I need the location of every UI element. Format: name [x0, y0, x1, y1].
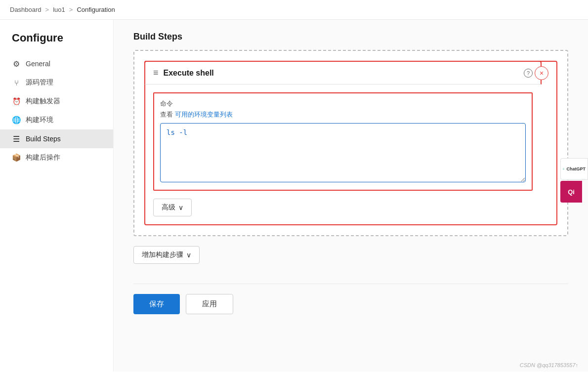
- drag-handle-icon[interactable]: ≡: [153, 68, 159, 78]
- help-icon[interactable]: ?: [524, 69, 533, 78]
- sidebar-item-post-build[interactable]: 📦 构建后操作: [0, 148, 113, 167]
- breadcrumb-configuration: Configuration: [77, 6, 115, 13]
- chatgpt-label: ChatGPT: [566, 166, 586, 171]
- step-card: ≡ Execute shell ? × 命令 查看 可用的环境变量列表 ls -…: [144, 61, 557, 225]
- sidebar-item-build-steps[interactable]: ☰ Build Steps: [0, 129, 113, 148]
- advanced-label: 高级: [162, 203, 175, 212]
- chevron-down-icon: ∨: [178, 204, 183, 211]
- sidebar-label-post-build: 构建后操作: [26, 153, 60, 162]
- command-section: 命令 查看 可用的环境变量列表 ls -l: [153, 92, 533, 191]
- sidebar-label-build-steps: Build Steps: [26, 135, 61, 143]
- watermark: CSDN @qq317853557↑: [520, 362, 578, 368]
- breadcrumb-luo1[interactable]: luo1: [53, 6, 65, 13]
- step-title: Execute shell: [164, 69, 519, 78]
- qi-button[interactable]: Qi: [560, 181, 582, 203]
- command-label: 命令: [160, 99, 526, 108]
- gear-icon: ⚙: [12, 59, 21, 68]
- globe-icon: 🌐: [12, 116, 21, 125]
- chevron-down-icon-add: ∨: [186, 251, 191, 259]
- env-variables-link[interactable]: 可用的环境变量列表: [175, 111, 233, 118]
- apply-button[interactable]: 应用: [186, 294, 233, 314]
- step-header: ≡ Execute shell ? ×: [144, 61, 542, 84]
- main-content: Build Steps ≡ Execute shell ? × 命令: [114, 20, 588, 372]
- breadcrumb: Dashboard > luo1 > Configuration: [0, 0, 588, 20]
- breadcrumb-dashboard[interactable]: Dashboard: [10, 6, 42, 13]
- add-build-step-button[interactable]: 增加构建步骤 ∨: [133, 246, 200, 264]
- field-hint: 查看 可用的环境变量列表: [160, 110, 526, 119]
- add-step-label: 增加构建步骤: [142, 250, 183, 259]
- breadcrumb-sep2: >: [69, 6, 73, 13]
- sidebar-label-source: 源码管理: [26, 78, 53, 87]
- sidebar-label-triggers: 构建触发器: [26, 97, 60, 106]
- breadcrumb-sep1: >: [45, 6, 49, 13]
- save-button[interactable]: 保存: [133, 294, 180, 314]
- source-icon: ⑂: [12, 78, 21, 87]
- sidebar-item-triggers[interactable]: ⏰ 构建触发器: [0, 92, 113, 111]
- package-icon: 📦: [12, 153, 21, 162]
- ai-widget: ChatGPT Qi: [560, 158, 588, 203]
- advanced-button[interactable]: 高级 ∨: [153, 199, 192, 216]
- sidebar: Configure ⚙ General ⑂ 源码管理 ⏰ 构建触发器 🌐 构建环…: [0, 20, 114, 372]
- sidebar-item-general[interactable]: ⚙ General: [0, 54, 113, 73]
- sidebar-label-env: 构建环境: [26, 116, 53, 125]
- chatgpt-icon: [563, 165, 564, 173]
- step-body: 命令 查看 可用的环境变量列表 ls -l 高级 ∨: [145, 84, 541, 224]
- page-title: Build Steps: [133, 20, 568, 50]
- qi-label: Qi: [568, 188, 575, 196]
- step-close-button[interactable]: ×: [535, 66, 548, 80]
- build-steps-container: ≡ Execute shell ? × 命令 查看 可用的环境变量列表 ls -…: [133, 50, 568, 236]
- sidebar-label-general: General: [26, 60, 50, 68]
- sidebar-title: Configure: [0, 32, 113, 54]
- command-input[interactable]: ls -l: [160, 123, 526, 182]
- sidebar-item-source[interactable]: ⑂ 源码管理: [0, 73, 113, 92]
- hint-prefix: 查看: [160, 111, 175, 118]
- list-icon: ☰: [12, 134, 21, 143]
- chatgpt-button[interactable]: ChatGPT: [560, 158, 588, 180]
- footer-actions: 保存 应用: [133, 284, 568, 314]
- clock-icon: ⏰: [12, 97, 21, 106]
- sidebar-item-env[interactable]: 🌐 构建环境: [0, 111, 113, 129]
